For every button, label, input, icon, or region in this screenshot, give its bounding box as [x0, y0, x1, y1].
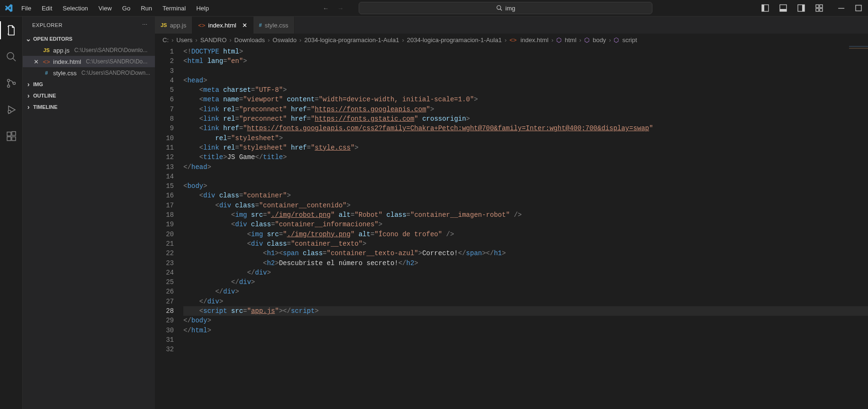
file-name: style.css	[53, 70, 77, 77]
open-editor-index-html[interactable]: ✕ <> index.html C:\Users\SANDRO\Do...	[23, 56, 155, 67]
svg-point-13	[7, 53, 14, 59]
menu-file[interactable]: File	[17, 3, 36, 14]
svg-rect-9	[820, 5, 823, 8]
js-icon: JS	[161, 22, 167, 28]
activity-explorer[interactable]	[0, 21, 23, 39]
editor-area: JS app.js <> index.html ✕ # style.css C:…	[155, 17, 868, 409]
chevron-down-icon: ⌄	[25, 35, 32, 43]
svg-rect-10	[816, 9, 819, 11]
command-center[interactable]: img	[359, 2, 652, 14]
svg-point-18	[8, 110, 11, 113]
layout-secondary-icon[interactable]	[797, 4, 805, 12]
activity-search[interactable]	[0, 48, 23, 66]
sidebar-title: EXPLORER	[32, 22, 63, 28]
css-icon: #	[259, 22, 262, 28]
section-label: IMG	[33, 81, 43, 87]
line-gutter: 1234567891011121314151617181920212223242…	[155, 46, 183, 409]
sidebar-header: EXPLORER ⋯	[23, 17, 155, 33]
menu-go[interactable]: Go	[118, 3, 135, 14]
titlebar-right: ─	[761, 3, 868, 13]
section-label: OUTLINE	[33, 93, 56, 98]
svg-rect-11	[820, 9, 823, 11]
activity-extensions[interactable]	[0, 127, 23, 145]
html-icon: <>	[43, 58, 50, 65]
search-value: img	[506, 5, 515, 12]
tab-index-html[interactable]: <> index.html ✕	[192, 17, 253, 34]
tab-label: style.css	[265, 22, 289, 29]
open-editors-label: OPEN EDITORS	[33, 36, 72, 42]
file-path: C:\Users\SANDRO\Do...	[86, 58, 147, 65]
svg-rect-19	[7, 132, 11, 136]
menu-view[interactable]: View	[94, 3, 117, 14]
section-img[interactable]: › IMG	[23, 79, 155, 90]
close-icon[interactable]: ✕	[242, 22, 247, 29]
svg-rect-22	[12, 132, 16, 135]
js-icon: JS	[43, 47, 50, 53]
svg-point-0	[497, 6, 500, 9]
file-name: index.html	[53, 58, 81, 65]
chevron-right-icon: ›	[25, 92, 32, 99]
sidebar-more-icon[interactable]: ⋯	[142, 22, 148, 28]
svg-rect-21	[12, 137, 16, 141]
sidebar: EXPLORER ⋯ ⌄ OPEN EDITORS JS app.js C:\U…	[23, 17, 155, 409]
svg-rect-12	[856, 5, 861, 11]
svg-point-16	[7, 85, 9, 88]
section-outline[interactable]: › OUTLINE	[23, 90, 155, 101]
minimap[interactable]	[849, 46, 868, 74]
layout-customize-icon[interactable]	[815, 4, 823, 12]
svg-rect-3	[762, 5, 764, 11]
title-bar: File Edit Selection View Go Run Terminal…	[0, 0, 868, 17]
layout-panel-icon[interactable]	[779, 4, 787, 12]
file-path: C:\Users\SANDRO\Down...	[81, 70, 150, 76]
menu-selection[interactable]: Selection	[58, 3, 92, 14]
tab-label: app.js	[170, 22, 186, 29]
activity-source-control[interactable]	[0, 74, 23, 92]
tab-app-js[interactable]: JS app.js	[155, 17, 192, 34]
css-icon: #	[43, 70, 50, 76]
chevron-right-icon: ›	[25, 80, 32, 88]
svg-line-14	[13, 58, 16, 61]
menu-edit[interactable]: Edit	[37, 3, 57, 14]
svg-line-1	[500, 9, 502, 11]
nav-forward-icon[interactable]: →	[337, 5, 344, 12]
menu-terminal[interactable]: Terminal	[158, 3, 190, 14]
minimize-icon[interactable]: ─	[838, 3, 844, 13]
menu-help[interactable]: Help	[191, 3, 214, 14]
close-icon[interactable]: ✕	[32, 58, 40, 65]
svg-point-15	[7, 80, 9, 82]
open-editor-app-js[interactable]: JS app.js C:\Users\SANDRO\Downlo...	[23, 44, 155, 56]
nav-back-icon[interactable]: ←	[323, 5, 329, 12]
activity-bar	[0, 17, 23, 409]
search-icon	[496, 5, 503, 11]
section-timeline[interactable]: › TIMELINE	[23, 101, 155, 113]
nav-arrows: ← →	[323, 5, 344, 12]
svg-rect-20	[7, 137, 11, 141]
chevron-right-icon: ›	[25, 103, 32, 111]
svg-rect-8	[816, 5, 819, 8]
svg-point-17	[13, 82, 15, 85]
editor-content[interactable]: 1234567891011121314151617181920212223242…	[155, 46, 868, 409]
vscode-logo	[0, 4, 17, 12]
code-area[interactable]: <!DOCTYPE html><html lang="en"><head> <m…	[183, 46, 868, 409]
svg-rect-7	[802, 5, 805, 11]
open-editor-style-css[interactable]: # style.css C:\Users\SANDRO\Down...	[23, 67, 155, 79]
section-open-editors[interactable]: ⌄ OPEN EDITORS	[23, 33, 155, 44]
html-icon: <>	[198, 22, 205, 29]
tab-style-css[interactable]: # style.css	[253, 17, 295, 34]
editor-tabs: JS app.js <> index.html ✕ # style.css	[155, 17, 868, 34]
section-label: TIMELINE	[33, 104, 57, 110]
svg-rect-5	[780, 9, 787, 11]
menu-bar: File Edit Selection View Go Run Terminal…	[17, 3, 214, 14]
activity-run-debug[interactable]	[0, 101, 23, 119]
layout-primary-icon[interactable]	[761, 4, 769, 12]
file-path: C:\Users\SANDRO\Downlo...	[74, 47, 148, 53]
file-name: app.js	[53, 47, 70, 54]
tab-label: index.html	[208, 22, 236, 29]
breadcrumbs[interactable]: C:›Users›SANDRO›Downloads›Oswaldo›2034-l…	[155, 34, 868, 46]
menu-run[interactable]: Run	[136, 3, 157, 14]
maximize-icon[interactable]	[855, 4, 862, 12]
